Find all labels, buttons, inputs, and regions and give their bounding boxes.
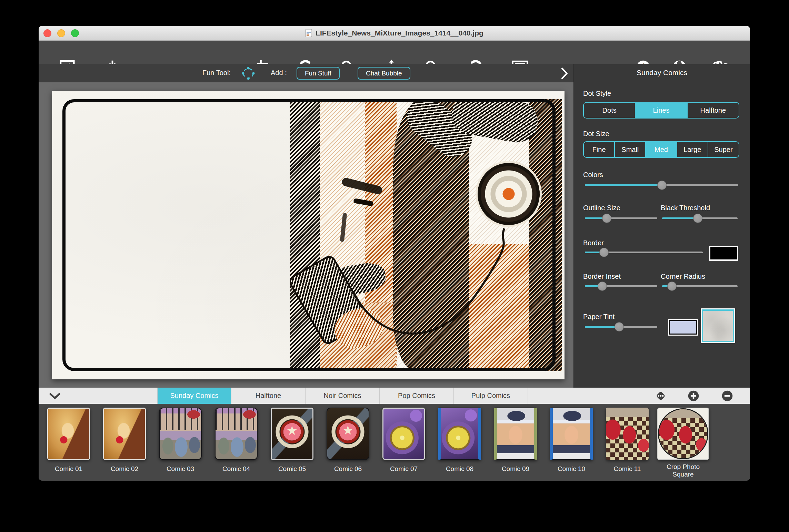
thumb-art [160,408,201,459]
app-window: LIFEstyle_News_MiXture_Images_1414__040.… [39,26,750,481]
remove-preset-button[interactable] [721,390,733,402]
minimize-button[interactable] [57,29,65,37]
thumb-art [658,408,708,459]
dot-style-dots[interactable]: Dots [584,103,635,118]
thumbnail-label: Comic 01 [41,465,96,473]
dot-style-control: Dots Lines Halftone [583,102,739,119]
add-label: Add : [271,69,287,77]
artwork-headphone-cup [478,163,540,225]
thumb-art [216,408,257,459]
close-button[interactable] [43,29,51,37]
artwork-cable [290,99,562,371]
dot-size-small[interactable]: Small [614,142,645,157]
title-bar[interactable]: LIFEstyle_News_MiXture_Images_1414__040.… [39,26,750,41]
black-threshold-label: Black Threshold [661,204,710,212]
dot-size-control: Fine Small Med Large Super [583,141,739,158]
comic-artwork [290,99,562,371]
thumb-art [383,409,424,459]
random-preset-button[interactable] [655,390,667,402]
thumbnail-label: Comic 10 [544,465,599,473]
add-preset-button[interactable] [687,390,700,402]
document-icon [305,29,312,37]
thumbnail-label: Comic 05 [264,465,320,473]
thumbnail-comic-04[interactable] [215,408,258,460]
slider-fill [662,217,698,219]
window-title: LIFEstyle_News_MiXture_Images_1414__040.… [316,29,483,37]
thumb-art [48,409,89,459]
paper-tint-label: Paper Tint [583,313,615,321]
canvas-image[interactable] [52,91,565,379]
paper-tint-swatch[interactable] [669,320,697,335]
thumbnail-label: Comic 04 [209,465,264,473]
fun-tool-label: Fun Tool: [202,69,231,77]
paper-texture-preview[interactable] [702,309,734,342]
preset-filmstrip: Comic 01 Comic 02 Comic 03 Comic 04 Comi… [39,404,750,481]
dot-size-large[interactable]: Large [677,142,708,157]
tab-pulp-comics[interactable]: Pulp Comics [454,388,528,404]
colors-slider[interactable] [585,181,738,190]
thumb-art [272,409,312,459]
dot-size-label: Dot Size [583,130,609,138]
slider-knob[interactable] [615,322,624,331]
slider-knob[interactable] [599,248,609,257]
slider-knob[interactable] [602,214,611,223]
border-label: Border [583,239,604,247]
black-threshold-slider[interactable] [662,214,738,223]
dot-style-lines[interactable]: Lines [635,103,687,118]
outline-size-slider[interactable] [585,214,657,223]
tab-noir-comics[interactable]: Noir Comics [306,388,380,404]
thumbnail-comic-05[interactable] [271,408,313,460]
colors-label: Colors [583,171,603,179]
outline-size-label: Outline Size [583,204,620,212]
dot-size-fine[interactable]: Fine [584,142,614,157]
tab-halftone[interactable]: Halftone [231,388,306,404]
slider-knob[interactable] [598,282,607,291]
paper-tint-slider[interactable] [585,322,657,331]
thumbnail-comic-06[interactable] [327,408,369,460]
corner-radius-slider[interactable] [662,282,738,291]
thumbnail-comic-03[interactable] [159,408,202,460]
thumbnail-comic-07[interactable] [382,408,425,460]
tab-pop-comics[interactable]: Pop Comics [380,388,454,404]
thumb-art [104,409,145,459]
thumbnail-comic-08[interactable] [438,408,481,460]
thumbnail-label: Comic 06 [320,465,376,473]
thumbnail-comic-09[interactable] [494,408,537,460]
slider-knob[interactable] [693,214,702,223]
thumbnail-label: Comic 02 [97,465,152,473]
thumbnail-comic-02[interactable] [103,408,146,460]
canvas-viewport [39,82,573,388]
border-inset-slider[interactable] [585,282,657,291]
border-inset-label: Border Inset [583,273,621,280]
thumbnail-label: Crop Photo Square [661,463,706,478]
main-toolbar: i ★ [39,41,750,64]
thumb-art [553,408,590,459]
fun-stuff-button[interactable]: Fun Stuff [297,67,340,80]
chat-bubble-button[interactable]: Chat Bubble [358,67,410,80]
thumbnail-crop-photo-square[interactable] [657,408,709,460]
thumbnail-label: Comic 09 [488,465,543,473]
thumb-art-fill [659,409,707,458]
slider-fill [585,326,619,328]
thumb-art [327,408,369,459]
zoom-button[interactable] [71,29,79,37]
fun-selection-tool-icon[interactable] [241,66,256,81]
dot-size-med[interactable]: Med [645,142,676,157]
thumbnail-label: Comic 07 [376,465,431,473]
chevron-right-icon[interactable] [560,67,569,80]
slider-knob[interactable] [667,282,677,291]
slider-knob[interactable] [657,181,667,190]
dot-size-super[interactable]: Super [708,142,739,157]
thumbnail-comic-01[interactable] [47,408,90,460]
tab-sunday-comics[interactable]: Sunday Comics [157,388,231,404]
collapse-filmstrip-button[interactable] [49,392,61,400]
thumbnail-comic-10[interactable] [550,408,593,460]
panel-title: Sunday Comics [574,69,750,77]
traffic-lights [43,29,79,37]
corner-radius-label: Corner Radius [661,273,705,280]
border-slider[interactable] [585,248,703,257]
border-color-swatch[interactable] [709,246,738,261]
settings-panel: Sunday Comics Dot Style Dots Lines Halft… [573,64,750,388]
thumbnail-comic-11[interactable] [606,408,649,460]
dot-style-halftone[interactable]: Halftone [687,103,739,118]
